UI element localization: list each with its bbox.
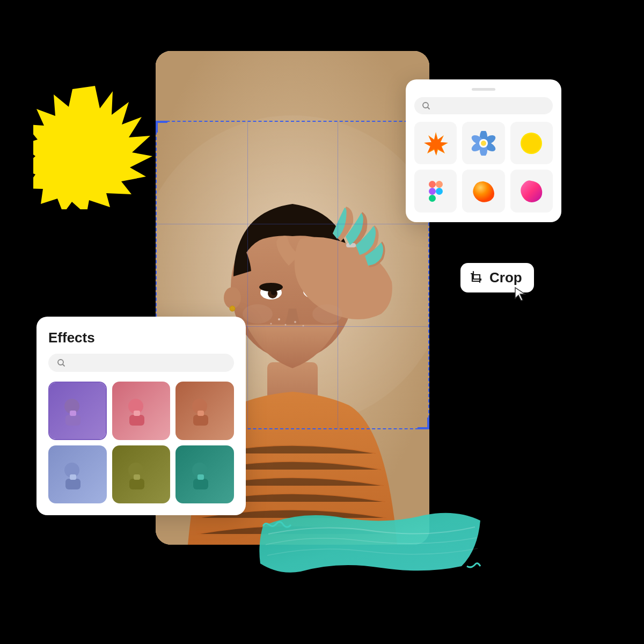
svg-point-59	[436, 188, 443, 195]
svg-rect-58	[429, 188, 436, 195]
sticker-figma-logo[interactable]	[414, 170, 457, 212]
crop-icon	[469, 270, 484, 286]
crop-label: Crop	[489, 269, 522, 286]
sun-decoration	[33, 86, 157, 209]
svg-rect-42	[197, 474, 204, 480]
effect-thumb-pink[interactable]	[112, 382, 171, 440]
sticker-orange-star[interactable]	[414, 122, 457, 164]
svg-rect-41	[193, 479, 208, 489]
svg-rect-30	[134, 411, 140, 416]
effect-thumb-warm[interactable]	[175, 382, 234, 440]
svg-rect-36	[70, 474, 76, 480]
sticker-gradient-orange[interactable]	[462, 170, 504, 212]
crop-tooltip: Crop	[460, 263, 534, 292]
svg-point-20	[285, 324, 287, 326]
effects-search-input[interactable]	[70, 358, 225, 367]
svg-point-22	[303, 325, 304, 327]
sticker-grid	[414, 122, 553, 213]
sticker-blue-flower[interactable]	[462, 122, 504, 164]
svg-rect-27	[70, 411, 76, 416]
search-icon	[57, 358, 65, 367]
sticker-search-input[interactable]	[434, 101, 545, 110]
svg-rect-60	[429, 195, 436, 202]
effects-title: Effects	[48, 330, 234, 346]
svg-rect-38	[129, 479, 144, 489]
effect-thumb-purple[interactable]	[48, 382, 107, 440]
svg-rect-39	[134, 474, 140, 480]
svg-point-19	[278, 318, 280, 320]
svg-rect-29	[129, 415, 144, 426]
svg-point-21	[294, 321, 296, 323]
svg-rect-33	[197, 411, 204, 416]
svg-point-18	[312, 304, 342, 324]
svg-rect-56	[429, 181, 436, 188]
sticker-search-bar[interactable]	[414, 97, 553, 114]
effects-panel: Effects	[36, 317, 246, 515]
panel-drag-handle[interactable]	[472, 88, 495, 91]
svg-point-7	[230, 306, 235, 311]
sticker-yellow-circle[interactable]	[510, 122, 553, 164]
search-icon	[422, 101, 430, 110]
svg-marker-0	[33, 86, 152, 209]
svg-point-11	[259, 283, 283, 291]
effects-grid	[48, 382, 234, 503]
effect-thumb-olive[interactable]	[112, 445, 171, 504]
svg-point-55	[522, 134, 541, 153]
effect-thumb-teal[interactable]	[175, 445, 234, 504]
svg-point-53	[481, 141, 486, 146]
svg-point-23	[270, 323, 272, 325]
sticker-panel	[406, 79, 561, 222]
svg-rect-35	[65, 479, 80, 489]
svg-rect-32	[193, 415, 208, 426]
svg-rect-26	[65, 415, 80, 426]
teal-brush-decoration	[258, 504, 483, 582]
svg-rect-57	[436, 181, 443, 188]
sticker-gradient-pink[interactable]	[510, 170, 553, 212]
svg-point-5	[224, 287, 241, 309]
svg-point-17	[243, 304, 273, 324]
effect-thumb-lavender[interactable]	[48, 445, 107, 504]
effects-search-bar[interactable]	[48, 354, 234, 372]
